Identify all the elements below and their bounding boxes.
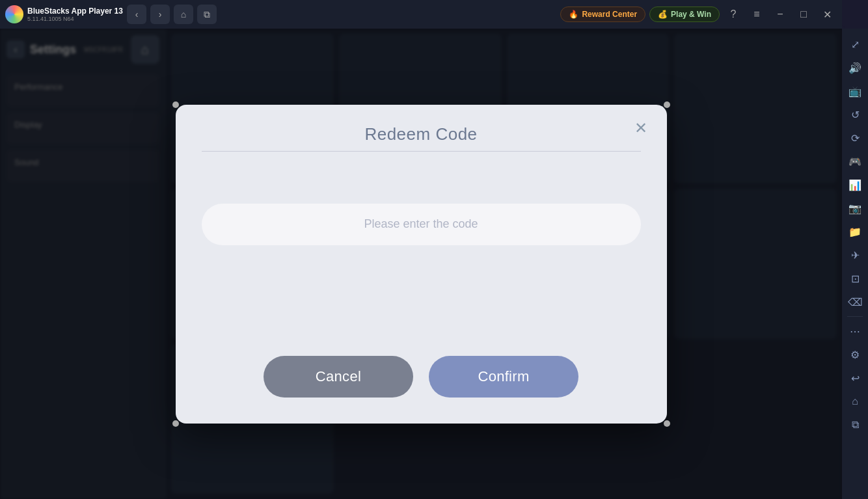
reward-icon: 🔥 [569, 10, 578, 19]
reward-center-label: Reward Center [582, 10, 637, 19]
menu-button[interactable]: ≡ [747, 5, 766, 24]
gamepad-icon[interactable]: 🎮 [845, 151, 865, 172]
home-button[interactable]: ⌂ [174, 5, 193, 24]
home-sidebar-icon[interactable]: ⌂ [845, 391, 865, 412]
resize-icon[interactable]: ⊡ [845, 268, 865, 289]
resize-handle-br[interactable] [664, 420, 670, 427]
resize-handle-tr[interactable] [664, 101, 670, 108]
camera-icon[interactable]: 📷 [845, 198, 865, 219]
volume-icon[interactable]: 🔊 [845, 57, 865, 78]
right-sidebar: ⤢ 🔊 📺 ↺ ⟳ 🎮 📊 📷 📁 ✈ ⊡ ⌫ ⋯ ⚙ ↩ ⌂ ⧉ [842, 29, 868, 499]
play-win-label: Play & Win [671, 10, 711, 19]
reward-center-button[interactable]: 🔥 Reward Center [560, 7, 645, 22]
resize-handle-bl[interactable] [172, 420, 179, 427]
minimize-button[interactable]: − [770, 5, 790, 24]
gear-icon[interactable]: ⚙ [845, 344, 865, 365]
chart-icon[interactable]: 📊 [845, 174, 865, 195]
dialog-separator [202, 151, 641, 152]
folder-icon[interactable]: 📁 [845, 221, 865, 242]
rotate-icon[interactable]: ⟳ [845, 128, 865, 148]
resize-handle-tl[interactable] [172, 101, 179, 108]
cancel-button[interactable]: Cancel [264, 356, 413, 398]
play-win-button[interactable]: 💰 Play & Win [649, 7, 720, 22]
confirm-button[interactable]: Confirm [429, 356, 578, 398]
sidebar-divider [847, 316, 863, 317]
back-sidebar-icon[interactable]: ↩ [845, 368, 865, 388]
back-button[interactable]: ‹ [127, 5, 146, 24]
expand-icon[interactable]: ⤢ [845, 34, 865, 55]
refresh-icon[interactable]: ↺ [845, 104, 865, 125]
app-logo [5, 5, 23, 23]
dialog-overlay: ✕ Redeem Code Cancel Confirm [0, 29, 842, 499]
app-name: BlueStacks App Player 13 [27, 7, 123, 16]
tv-icon[interactable]: 📺 [845, 81, 865, 101]
layers-icon[interactable]: ⧉ [845, 414, 865, 435]
tabs-button[interactable]: ⧉ [197, 5, 217, 24]
dialog-buttons: Cancel Confirm [202, 356, 641, 398]
close-window-button[interactable]: ✕ [817, 5, 837, 24]
top-bar: BlueStacks App Player 13 5.11.41.1005 N6… [0, 0, 842, 29]
erase-icon[interactable]: ⌫ [845, 291, 865, 312]
dialog-title: Redeem Code [364, 124, 477, 144]
help-button[interactable]: ? [724, 5, 743, 24]
maximize-button[interactable]: □ [794, 5, 813, 24]
redeem-code-input[interactable] [202, 204, 641, 245]
forward-button[interactable]: › [150, 5, 170, 24]
app-version: 5.11.41.1005 N64 [27, 16, 123, 22]
redeem-code-dialog: ✕ Redeem Code Cancel Confirm [176, 105, 667, 424]
dialog-close-button[interactable]: ✕ [629, 116, 653, 140]
play-win-icon: 💰 [658, 10, 668, 19]
more-icon[interactable]: ⋯ [845, 321, 865, 342]
airplane-icon[interactable]: ✈ [845, 245, 865, 265]
app-title: BlueStacks App Player 13 5.11.41.1005 N6… [27, 7, 123, 22]
